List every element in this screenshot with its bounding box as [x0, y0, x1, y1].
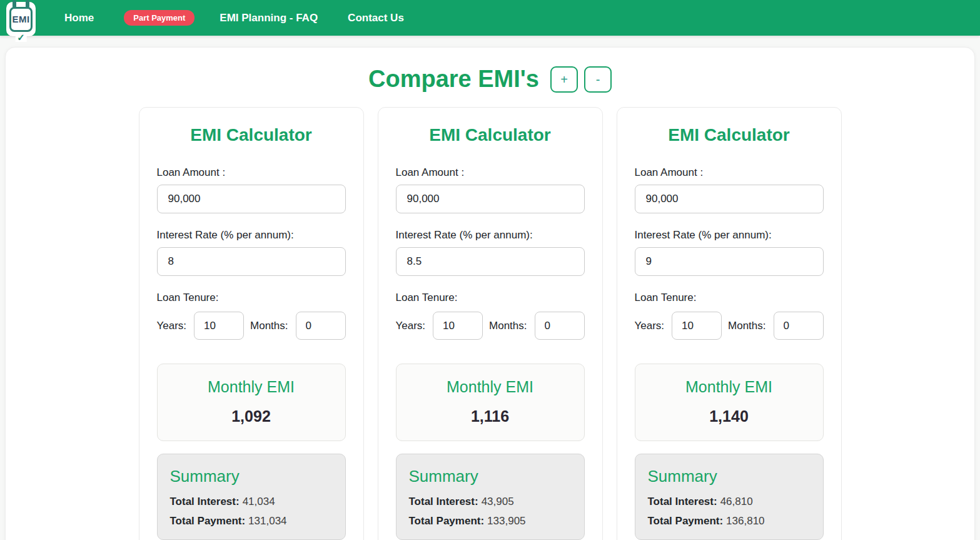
summary-title: Summary [409, 467, 572, 486]
calendar-icon: EMI [9, 7, 33, 32]
total-interest-label: Total Interest: [648, 496, 717, 507]
calculators-row: EMI Calculator Loan Amount : Interest Ra… [6, 107, 974, 540]
months-label: Months: [489, 320, 527, 332]
summary-title: Summary [170, 467, 333, 486]
loan-tenure-label: Loan Tenure: [635, 292, 824, 304]
monthly-emi-box: Monthly EMI 1,140 [635, 364, 824, 441]
summary-title: Summary [648, 467, 811, 486]
title-row: Compare EMI's + - [6, 66, 974, 93]
monthly-emi-value: 1,116 [397, 407, 584, 425]
nav-links: Home Part Payment EMI Planning - FAQ Con… [64, 10, 434, 26]
app-logo[interactable]: EMI ✓ [6, 2, 36, 36]
interest-rate-label: Interest Rate (% per annum): [635, 229, 824, 242]
total-interest-value: 41,034 [243, 496, 275, 507]
calculator-card: EMI Calculator Loan Amount : Interest Ra… [139, 107, 364, 540]
loan-tenure-label: Loan Tenure: [157, 292, 346, 304]
remove-calculator-button[interactable]: - [584, 66, 612, 93]
summary-box: Summary Total Interest:46,810 Total Paym… [635, 454, 824, 540]
nav-item-part-payment[interactable]: Part Payment [124, 10, 194, 26]
logo-text: EMI [12, 14, 29, 24]
total-interest-label: Total Interest: [409, 496, 478, 507]
months-input[interactable] [296, 312, 346, 340]
total-interest-row: Total Interest:46,810 [648, 496, 811, 508]
nav-item-home[interactable]: Home [64, 12, 94, 24]
months-input[interactable] [774, 312, 824, 340]
months-input[interactable] [535, 312, 585, 340]
months-group: Months: [489, 312, 584, 340]
checkmark-icon: ✓ [15, 33, 27, 42]
loan-amount-label: Loan Amount : [396, 166, 585, 179]
years-input[interactable] [433, 312, 483, 340]
interest-rate-input[interactable] [157, 247, 346, 276]
loan-amount-label: Loan Amount : [157, 166, 346, 179]
summary-box: Summary Total Interest:41,034 Total Paym… [157, 454, 346, 540]
months-label: Months: [728, 320, 765, 332]
nav-item-contact-us[interactable]: Contact Us [348, 12, 404, 24]
monthly-emi-box: Monthly EMI 1,092 [157, 364, 346, 441]
total-interest-value: 43,905 [482, 496, 514, 507]
months-group: Months: [728, 312, 823, 340]
monthly-emi-label: Monthly EMI [158, 378, 345, 396]
years-group: Years: [396, 312, 483, 340]
card-title: EMI Calculator [157, 125, 346, 145]
years-group: Years: [635, 312, 722, 340]
years-input[interactable] [194, 312, 244, 340]
total-interest-value: 46,810 [720, 496, 753, 507]
total-payment-label: Total Payment: [648, 515, 724, 527]
loan-amount-input[interactable] [396, 185, 585, 213]
total-interest-row: Total Interest:41,034 [170, 496, 333, 508]
years-group: Years: [157, 312, 245, 340]
total-payment-label: Total Payment: [409, 515, 485, 527]
years-input[interactable] [672, 312, 722, 340]
years-label: Years: [396, 320, 426, 332]
add-calculator-button[interactable]: + [550, 66, 578, 93]
monthly-emi-label: Monthly EMI [635, 378, 823, 396]
monthly-emi-value: 1,092 [158, 407, 345, 425]
total-interest-row: Total Interest:43,905 [409, 496, 572, 508]
interest-rate-label: Interest Rate (% per annum): [157, 229, 346, 242]
total-payment-value: 136,810 [726, 515, 764, 527]
months-group: Months: [250, 312, 345, 340]
calculator-count-controls: + - [550, 66, 612, 93]
calculator-card: EMI Calculator Loan Amount : Interest Ra… [617, 107, 842, 540]
navbar: EMI ✓ Home Part Payment EMI Planning - F… [0, 0, 980, 36]
total-interest-label: Total Interest: [170, 496, 240, 507]
nav-item-emi-planning-faq[interactable]: EMI Planning - FAQ [220, 12, 318, 24]
tenure-row: Years: Months: [635, 312, 824, 340]
months-label: Months: [250, 320, 288, 332]
monthly-emi-value: 1,140 [635, 407, 823, 425]
total-payment-label: Total Payment: [170, 515, 246, 527]
page-title: Compare EMI's [368, 66, 539, 93]
main-container: Compare EMI's + - EMI Calculator Loan Am… [5, 47, 975, 540]
tenure-row: Years: Months: [396, 312, 585, 340]
years-label: Years: [157, 320, 187, 332]
calculator-card: EMI Calculator Loan Amount : Interest Ra… [378, 107, 603, 540]
total-payment-row: Total Payment:133,905 [409, 515, 572, 527]
total-payment-row: Total Payment:136,810 [648, 515, 811, 527]
years-label: Years: [635, 320, 665, 332]
interest-rate-input[interactable] [396, 247, 585, 276]
tenure-row: Years: Months: [157, 312, 346, 340]
card-title: EMI Calculator [635, 125, 824, 145]
total-payment-value: 133,905 [487, 515, 525, 527]
loan-amount-input[interactable] [157, 185, 346, 213]
total-payment-value: 131,034 [248, 515, 286, 527]
loan-amount-label: Loan Amount : [635, 166, 824, 179]
total-payment-row: Total Payment:131,034 [170, 515, 333, 527]
monthly-emi-label: Monthly EMI [397, 378, 584, 396]
loan-amount-input[interactable] [635, 185, 824, 213]
interest-rate-label: Interest Rate (% per annum): [396, 229, 585, 242]
interest-rate-input[interactable] [635, 247, 824, 276]
card-title: EMI Calculator [396, 125, 585, 145]
loan-tenure-label: Loan Tenure: [396, 292, 585, 304]
summary-box: Summary Total Interest:43,905 Total Paym… [396, 454, 585, 540]
monthly-emi-box: Monthly EMI 1,116 [396, 364, 585, 441]
